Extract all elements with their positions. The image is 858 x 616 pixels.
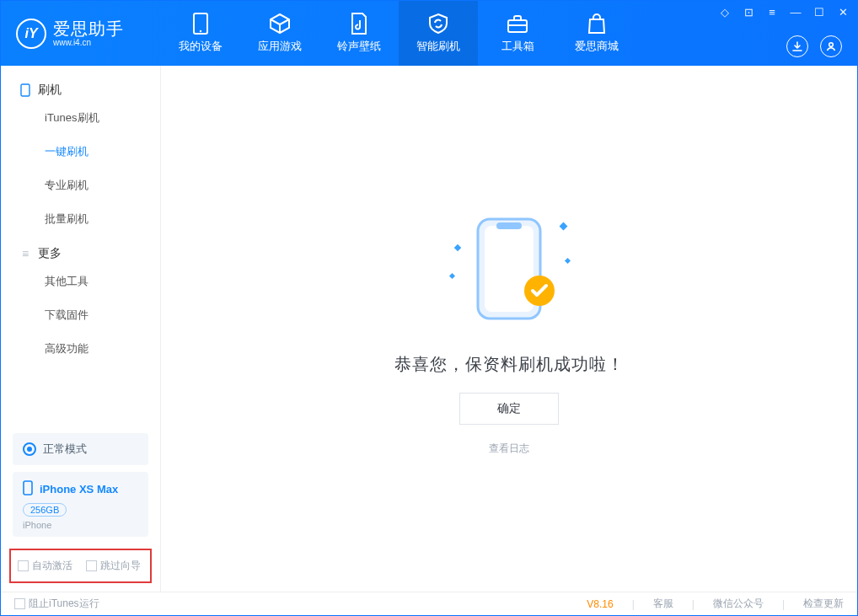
mode-dot-icon [23, 442, 36, 456]
sidebar-item-oneclick-flash[interactable]: 一键刷机 [1, 135, 160, 169]
phone-small-icon [19, 84, 31, 96]
support-link[interactable]: 客服 [653, 597, 673, 611]
tab-label: 智能刷机 [416, 39, 460, 54]
version-label: V8.16 [587, 598, 613, 610]
tab-ringtone[interactable]: 铃声壁纸 [319, 1, 399, 66]
sidebar-group-label: 更多 [38, 246, 62, 261]
status-bar: 阻止iTunes运行 V8.16 | 客服 | 微信公众号 | 检查更新 [1, 592, 857, 615]
sidebar-item-batch-flash[interactable]: 批量刷机 [1, 202, 160, 236]
cube-icon [269, 13, 291, 35]
tab-label: 工具箱 [501, 39, 534, 54]
device-name: iPhone XS Max [40, 483, 118, 495]
check-badge-icon [523, 274, 556, 308]
ok-button[interactable]: 确定 [459, 393, 559, 425]
window-controls: ◇ ⊡ ≡ — ☐ ✕ [717, 4, 850, 19]
block-itunes-label[interactable]: 阻止iTunes运行 [29, 597, 99, 611]
tab-label: 爱思商城 [575, 39, 619, 54]
list-icon: ≡ [19, 248, 31, 260]
menu-icon[interactable]: ≡ [764, 4, 780, 19]
tab-my-device[interactable]: 我的设备 [161, 1, 240, 66]
brand-name: 爱思助手 [53, 20, 124, 37]
sidebar-item-itunes-flash[interactable]: iTunes刷机 [1, 101, 160, 135]
skip-guide-checkbox[interactable] [86, 560, 97, 571]
device-type: iPhone [23, 520, 138, 530]
main-content: 恭喜您，保资料刷机成功啦！ 确定 查看日志 [161, 66, 857, 592]
main-tabs: 我的设备 应用游戏 铃声壁纸 智能刷机 工具箱 [161, 1, 636, 66]
svg-point-3 [829, 43, 834, 47]
flash-options-highlight: 自动激活 跳过向导 [9, 549, 152, 583]
user-icon[interactable] [820, 35, 842, 57]
svg-point-1 [200, 30, 201, 32]
sidebar-group-flash: 刷机 [1, 72, 160, 101]
sidebar-item-pro-flash[interactable]: 专业刷机 [1, 169, 160, 202]
device-mode-label: 正常模式 [43, 442, 87, 457]
tab-store[interactable]: 爱思商城 [557, 1, 636, 66]
bag-icon [586, 13, 608, 35]
tab-label: 应用游戏 [258, 39, 302, 54]
brand-url: www.i4.cn [53, 39, 124, 47]
music-file-icon [348, 13, 370, 35]
device-mode-box[interactable]: 正常模式 [13, 433, 148, 465]
block-itunes-checkbox[interactable] [14, 598, 25, 609]
svg-rect-8 [496, 222, 522, 229]
sidebar-group-label: 刷机 [38, 83, 62, 98]
close-icon[interactable]: ✕ [835, 4, 850, 19]
download-icon[interactable] [786, 35, 808, 57]
check-update-link[interactable]: 检查更新 [803, 597, 844, 611]
tab-toolbox[interactable]: 工具箱 [478, 1, 557, 66]
sidebar-item-download-fw[interactable]: 下载固件 [1, 298, 160, 332]
minimize-icon[interactable]: — [788, 4, 803, 19]
maximize-icon[interactable]: ☐ [812, 4, 827, 19]
sidebar: 刷机 iTunes刷机 一键刷机 专业刷机 批量刷机 ≡ 更多 其他工具 下载固… [1, 66, 161, 592]
refresh-shield-icon [427, 13, 449, 35]
theme-icon[interactable]: ◇ [717, 4, 732, 19]
phone-outline-icon [23, 480, 33, 498]
title-bar: iY 爱思助手 www.i4.cn 我的设备 应用游戏 铃声壁纸 [1, 1, 857, 66]
device-card[interactable]: iPhone XS Max 256GB iPhone [13, 472, 148, 537]
device-storage-badge: 256GB [23, 503, 67, 517]
success-illustration [450, 201, 568, 336]
svg-rect-5 [24, 481, 32, 495]
auto-activate-checkbox[interactable] [18, 560, 29, 571]
feedback-icon[interactable]: ⊡ [741, 4, 756, 19]
titlebar-right-buttons [786, 35, 842, 57]
brand-logo-icon: iY [16, 19, 46, 49]
sidebar-item-advanced[interactable]: 高级功能 [1, 332, 160, 366]
svg-rect-4 [21, 84, 29, 96]
phone-icon [190, 13, 212, 35]
tab-label: 铃声壁纸 [337, 39, 381, 54]
toolbox-icon [507, 13, 528, 35]
tab-apps[interactable]: 应用游戏 [240, 1, 319, 66]
auto-activate-label[interactable]: 自动激活 [32, 559, 72, 573]
brand[interactable]: iY 爱思助手 www.i4.cn [1, 1, 161, 66]
sidebar-item-other-tools[interactable]: 其他工具 [1, 265, 160, 298]
skip-guide-label[interactable]: 跳过向导 [100, 559, 141, 573]
tab-smart-flash[interactable]: 智能刷机 [399, 1, 478, 66]
wechat-link[interactable]: 微信公众号 [713, 597, 764, 611]
sidebar-group-more: ≡ 更多 [1, 236, 160, 265]
success-message: 恭喜您，保资料刷机成功啦！ [394, 353, 625, 376]
tab-label: 我的设备 [179, 39, 223, 54]
view-log-link[interactable]: 查看日志 [489, 442, 529, 456]
